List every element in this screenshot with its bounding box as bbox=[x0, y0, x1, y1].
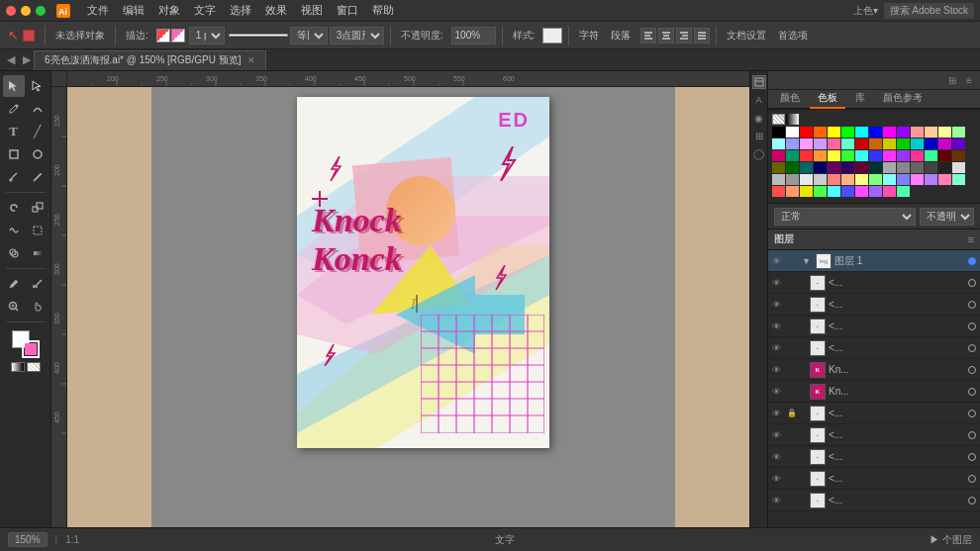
tab-forward-btn[interactable]: ▶ bbox=[20, 53, 34, 67]
swatch-item[interactable] bbox=[869, 150, 882, 161]
swatch-item[interactable] bbox=[828, 174, 840, 185]
doc-settings-btn[interactable]: 文档设置 bbox=[723, 27, 770, 45]
pen-tool[interactable] bbox=[3, 98, 25, 120]
swatch-item[interactable] bbox=[925, 174, 937, 185]
close-tab-btn[interactable]: ✕ bbox=[247, 55, 255, 65]
swatch-item[interactable] bbox=[772, 174, 785, 185]
swatch-item[interactable] bbox=[841, 127, 854, 138]
layer-eye-icon[interactable]: 👁 bbox=[772, 300, 784, 310]
menu-effect[interactable]: 效果 bbox=[259, 1, 293, 20]
swatch-item[interactable] bbox=[952, 138, 965, 149]
layer-eye-icon[interactable]: 👁 bbox=[772, 474, 784, 484]
swatch-item[interactable] bbox=[925, 150, 937, 161]
none-swatch[interactable] bbox=[27, 362, 41, 372]
swatch-item[interactable] bbox=[869, 127, 882, 138]
swatch-item[interactable] bbox=[883, 127, 896, 138]
layer-eye-icon[interactable]: 👁 bbox=[772, 365, 784, 375]
layer-row[interactable]: 👁 ▪<... bbox=[768, 446, 980, 468]
direct-select-tool[interactable] bbox=[27, 75, 49, 97]
swatch-item[interactable] bbox=[883, 186, 896, 197]
swatch-item[interactable] bbox=[869, 138, 882, 149]
align-right-btn[interactable] bbox=[676, 28, 692, 44]
opacity-input[interactable] bbox=[451, 27, 496, 45]
menu-select[interactable]: 选择 bbox=[224, 1, 257, 20]
swatch-item[interactable] bbox=[855, 127, 868, 138]
select-tool[interactable] bbox=[3, 75, 25, 97]
panel-icon-5[interactable]: ◯ bbox=[752, 146, 766, 160]
swatch-item[interactable] bbox=[952, 174, 965, 185]
menu-file[interactable]: 文件 bbox=[81, 1, 115, 20]
swatch-item[interactable] bbox=[786, 186, 799, 197]
panel-icon-4[interactable]: ⊞ bbox=[752, 129, 766, 142]
swatch-item[interactable] bbox=[786, 138, 799, 149]
swatch-item[interactable] bbox=[800, 174, 813, 185]
layer-row[interactable]: 👁 KKn... bbox=[768, 359, 980, 381]
shape-builder-tool[interactable] bbox=[3, 242, 25, 264]
swatch-item[interactable] bbox=[897, 162, 910, 173]
panel-icon-3[interactable]: ◉ bbox=[752, 111, 766, 125]
swatch-item[interactable] bbox=[911, 127, 924, 138]
artboard[interactable]: ED Knock Konck I bbox=[297, 97, 549, 448]
swatch-item[interactable] bbox=[911, 162, 924, 173]
maximize-button[interactable] bbox=[36, 6, 46, 16]
warp-tool[interactable] bbox=[3, 220, 25, 241]
minimize-button[interactable] bbox=[21, 6, 31, 16]
gradient-swatch[interactable] bbox=[11, 362, 25, 372]
layer-row[interactable]: 👁 ▪<... bbox=[768, 490, 980, 511]
swatch-item[interactable] bbox=[911, 138, 924, 149]
swatch-item[interactable] bbox=[814, 174, 827, 185]
rect-tool[interactable] bbox=[3, 143, 25, 165]
swatch-item[interactable] bbox=[897, 174, 910, 185]
swatch-item[interactable] bbox=[883, 174, 896, 185]
layer-row[interactable]: 👁 ▪<... bbox=[768, 316, 980, 337]
menu-view[interactable]: 视图 bbox=[295, 1, 329, 20]
tab-color-ref[interactable]: 颜色参考 bbox=[875, 89, 931, 109]
swatch-item[interactable] bbox=[952, 150, 965, 161]
layer-lock-icon[interactable] bbox=[787, 256, 799, 265]
layer-eye-icon[interactable]: 👁 bbox=[772, 256, 784, 266]
swatch-item[interactable] bbox=[925, 127, 937, 138]
menu-window[interactable]: 窗口 bbox=[331, 1, 364, 20]
curvature-tool[interactable] bbox=[27, 98, 49, 120]
swatch-item[interactable] bbox=[911, 150, 924, 161]
scale-tool[interactable] bbox=[27, 197, 49, 219]
free-transform-tool[interactable] bbox=[27, 220, 49, 241]
layer-eye-icon[interactable]: 👁 bbox=[772, 278, 784, 288]
type-tool[interactable]: T bbox=[3, 121, 25, 142]
swatch-item[interactable] bbox=[938, 162, 951, 173]
swatch-item[interactable] bbox=[772, 162, 785, 173]
menu-edit[interactable]: 编辑 bbox=[117, 1, 150, 20]
swatch-item[interactable] bbox=[772, 150, 785, 161]
layers-menu-icon[interactable]: ≡ bbox=[968, 233, 974, 245]
swatch-item[interactable] bbox=[772, 186, 785, 197]
swatch-item[interactable] bbox=[800, 150, 813, 161]
swatch-item[interactable] bbox=[883, 138, 896, 149]
gradient-tool[interactable] bbox=[27, 242, 49, 264]
layer-eye-icon[interactable]: 👁 bbox=[772, 496, 784, 505]
swatch-item[interactable] bbox=[855, 186, 868, 197]
para-label[interactable]: 段落 bbox=[607, 27, 635, 45]
swatch-item[interactable] bbox=[938, 127, 951, 138]
justify-btn[interactable] bbox=[694, 28, 710, 44]
swatch-item[interactable] bbox=[814, 138, 827, 149]
swatch-item[interactable] bbox=[786, 127, 799, 138]
layer-eye-icon[interactable]: 👁 bbox=[772, 452, 784, 462]
close-button[interactable] bbox=[6, 6, 16, 16]
zoom-select-trigger[interactable]: 150% bbox=[8, 532, 48, 547]
layer-lock-icon[interactable] bbox=[787, 365, 799, 374]
color-mode-label[interactable]: 上色▾ bbox=[853, 4, 878, 18]
tab-color[interactable]: 颜色 bbox=[772, 89, 808, 109]
layer-row[interactable]: 👁 ▼img图层 1 bbox=[768, 250, 980, 272]
layer-lock-icon[interactable] bbox=[787, 300, 799, 309]
align-center-btn[interactable] bbox=[658, 28, 674, 44]
gradient-swatch-panel[interactable] bbox=[786, 114, 799, 125]
panel-icon-1[interactable] bbox=[752, 75, 766, 89]
layer-lock-icon[interactable] bbox=[787, 496, 799, 505]
swatch-item[interactable] bbox=[772, 127, 785, 138]
swatch-item[interactable] bbox=[828, 186, 840, 197]
swatch-item[interactable] bbox=[938, 174, 951, 185]
swatch-item[interactable] bbox=[897, 150, 910, 161]
line-tool[interactable]: ╱ bbox=[27, 121, 49, 142]
swatch-item[interactable] bbox=[800, 127, 813, 138]
align-left-btn[interactable] bbox=[640, 28, 656, 44]
